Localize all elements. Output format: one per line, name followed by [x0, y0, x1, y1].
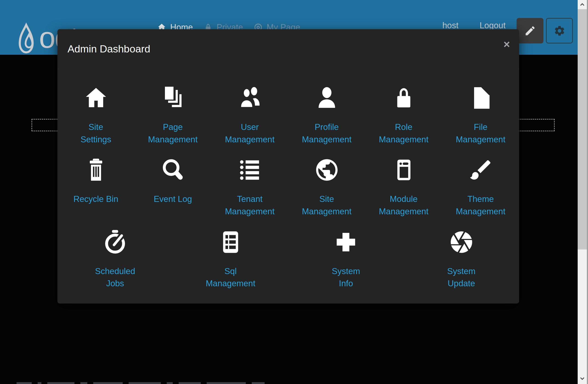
- tile-label: UserManagement: [225, 121, 275, 146]
- tile-profile-management[interactable]: ProfileManagement: [288, 85, 365, 146]
- tile-tenant-management[interactable]: TenantManagement: [211, 157, 288, 218]
- globe-icon: [314, 157, 340, 183]
- tile-event-log[interactable]: Event Log: [134, 157, 211, 218]
- tile-label: SqlManagement: [206, 265, 255, 290]
- tile-label: Recycle Bin: [74, 193, 118, 205]
- tile-module-management[interactable]: ModuleManagement: [365, 157, 442, 218]
- tile-sql-management[interactable]: SqlManagement: [173, 229, 289, 290]
- window-icon: [391, 157, 417, 183]
- tile-label: PageManagement: [148, 121, 198, 146]
- tile-label: FileManagement: [456, 121, 505, 146]
- settings-button[interactable]: [546, 18, 573, 44]
- tile-label: ModuleManagement: [379, 193, 429, 218]
- tile-user-management[interactable]: UserManagement: [211, 85, 288, 146]
- chevron-up-icon: [578, 2, 586, 8]
- tile-site-settings[interactable]: SiteSettings: [57, 85, 134, 146]
- tile-label: RoleManagement: [379, 121, 429, 146]
- logout-link[interactable]: Logout: [480, 21, 505, 30]
- tile-system-info[interactable]: SystemInfo: [288, 229, 404, 290]
- search-icon: [160, 157, 186, 183]
- vertical-scrollbar[interactable]: [578, 0, 588, 384]
- tile-label: ProfileManagement: [302, 121, 352, 146]
- list-icon: [237, 157, 263, 183]
- tile-label: SiteManagement: [302, 193, 352, 218]
- drop-icon: [17, 22, 35, 57]
- admin-dashboard-modal: Admin Dashboard × SiteSettingsPageManage…: [57, 29, 519, 304]
- tile-label: TenantManagement: [225, 193, 275, 218]
- tile-row: ScheduledJobsSqlManagementSystemInfoSyst…: [57, 229, 519, 290]
- tile-theme-management[interactable]: ThemeManagement: [442, 157, 519, 218]
- edit-mode-button[interactable]: [517, 18, 544, 44]
- gear-icon: [554, 25, 566, 37]
- tile-label: SiteSettings: [81, 121, 111, 146]
- tile-row: Recycle BinEvent LogTenantManagementSite…: [57, 157, 519, 218]
- tile-label: SystemInfo: [332, 265, 360, 290]
- file-icon: [468, 85, 494, 111]
- tile-system-update[interactable]: SystemUpdate: [404, 229, 519, 290]
- tile-row: SiteSettingsPageManagementUserManagement…: [57, 85, 519, 146]
- tile-label: SystemUpdate: [447, 265, 475, 290]
- modal-header: Admin Dashboard ×: [57, 29, 519, 69]
- chevron-down-icon: [578, 376, 586, 382]
- table-icon: [218, 229, 243, 255]
- tile-label: ScheduledJobs: [95, 265, 135, 290]
- user-icon: [314, 85, 340, 111]
- tile-page-management[interactable]: PageManagement: [134, 85, 211, 146]
- tile-label: ThemeManagement: [456, 193, 505, 218]
- scroll-up-button[interactable]: [578, 0, 587, 9]
- modal-title: Admin Dashboard: [67, 43, 150, 55]
- tile-file-management[interactable]: FileManagement: [442, 85, 519, 146]
- tile-site-management[interactable]: SiteManagement: [288, 157, 365, 218]
- users-icon: [237, 85, 263, 111]
- tile-label: Event Log: [154, 193, 192, 205]
- scroll-down-button[interactable]: [578, 374, 587, 383]
- dashboard-grid: SiteSettingsPageManagementUserManagement…: [57, 69, 519, 290]
- scrollbar-thumb[interactable]: [578, 9, 587, 249]
- pages-icon: [160, 85, 186, 111]
- tile-role-management[interactable]: RoleManagement: [365, 85, 442, 146]
- username-link[interactable]: host: [442, 21, 459, 30]
- clipped-content: [17, 382, 265, 384]
- brush-icon: [468, 157, 494, 183]
- lock-icon: [391, 85, 417, 111]
- aperture-icon: [449, 229, 474, 255]
- trash-icon: [83, 157, 109, 183]
- timer-icon: [102, 229, 128, 255]
- page: oqtane Home Private My Page host Logout: [0, 0, 588, 384]
- brand-logo[interactable]: oqtane: [17, 22, 35, 57]
- close-icon[interactable]: ×: [504, 39, 510, 50]
- tile-scheduled-jobs[interactable]: ScheduledJobs: [57, 229, 173, 290]
- plus-icon: [333, 229, 359, 255]
- pencil-icon: [524, 25, 536, 37]
- home-icon: [83, 85, 109, 111]
- tile-recycle-bin[interactable]: Recycle Bin: [57, 157, 134, 218]
